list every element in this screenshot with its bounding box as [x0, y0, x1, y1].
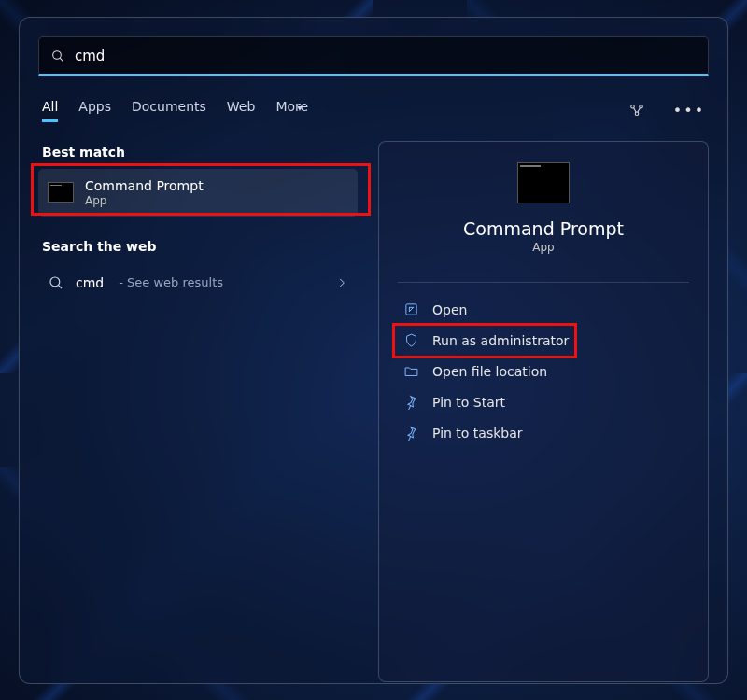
- filter-tabs: All Apps Documents Web More ▾ •••: [38, 94, 709, 126]
- open-icon: [403, 301, 419, 317]
- svg-point-5: [50, 277, 60, 287]
- detail-subtitle: App: [532, 241, 554, 254]
- search-icon: [48, 274, 64, 291]
- command-prompt-icon: [517, 162, 570, 203]
- flow-icon-button[interactable]: [621, 94, 653, 126]
- svg-point-0: [53, 50, 62, 59]
- tab-apps[interactable]: Apps: [78, 99, 111, 122]
- svg-point-4: [635, 112, 639, 116]
- folder-icon: [403, 363, 419, 379]
- chevron-down-icon: ▾: [298, 103, 303, 113]
- action-open-file-location[interactable]: Open file location: [398, 356, 689, 386]
- search-input[interactable]: [75, 48, 697, 64]
- web-result-cmd[interactable]: cmd - See web results: [38, 263, 358, 302]
- svg-line-1: [60, 58, 63, 61]
- more-options-button[interactable]: •••: [673, 94, 705, 126]
- result-command-prompt[interactable]: Command Prompt App: [38, 169, 358, 217]
- search-icon: [50, 49, 65, 63]
- search-box[interactable]: [38, 36, 709, 76]
- svg-point-3: [640, 105, 643, 108]
- action-pin-to-start[interactable]: Pin to Start: [398, 386, 689, 417]
- tab-more[interactable]: More ▾: [275, 99, 308, 122]
- result-title: Command Prompt: [85, 178, 348, 194]
- tab-web[interactable]: Web: [227, 99, 256, 122]
- action-pin-to-taskbar[interactable]: Pin to taskbar: [398, 417, 689, 448]
- detail-title: Command Prompt: [463, 218, 624, 239]
- best-match-label: Best match: [42, 145, 358, 160]
- command-prompt-icon: [48, 182, 74, 203]
- pin-icon: [403, 394, 419, 410]
- tab-documents[interactable]: Documents: [132, 99, 206, 122]
- detail-column: Command Prompt App Open Run as administr…: [365, 139, 709, 690]
- result-subtitle: App: [85, 194, 348, 207]
- svg-point-2: [631, 105, 635, 108]
- flow-icon: [628, 102, 645, 119]
- tab-all[interactable]: All: [42, 99, 58, 122]
- action-open[interactable]: Open: [398, 294, 689, 325]
- shield-icon: [403, 332, 419, 348]
- svg-line-6: [58, 285, 62, 288]
- web-hint: - See web results: [119, 275, 223, 289]
- ellipsis-icon: •••: [673, 102, 705, 119]
- action-run-as-administrator[interactable]: Run as administrator: [398, 325, 689, 356]
- search-web-label: Search the web: [42, 239, 358, 254]
- start-search-panel: All Apps Documents Web More ▾ ••• Best m…: [19, 17, 728, 684]
- chevron-right-icon: [335, 276, 348, 289]
- separator: [398, 282, 689, 283]
- web-term: cmd: [76, 275, 104, 290]
- pin-icon: [403, 425, 419, 441]
- detail-card: Command Prompt App Open Run as administr…: [378, 141, 709, 682]
- results-column: Best match Command Prompt App Search the…: [38, 139, 365, 690]
